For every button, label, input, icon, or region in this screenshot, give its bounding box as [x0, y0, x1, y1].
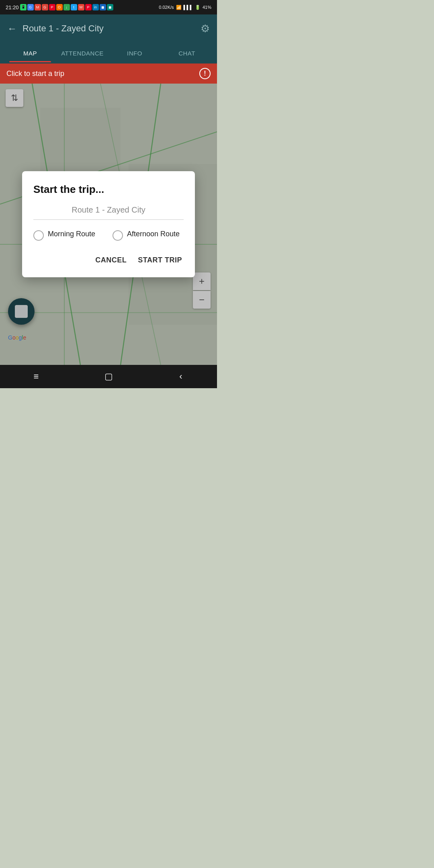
- tab-info[interactable]: INFO: [108, 44, 161, 62]
- status-right: 0.02K/s 📶 ▌▌▌ 🔋 41%: [159, 5, 211, 10]
- start-trip-dialog: Start the trip... Route 1 - Zayed City M…: [22, 171, 195, 277]
- settings-button[interactable]: ⚙: [201, 23, 210, 35]
- gmail-icon: M: [35, 4, 41, 10]
- signal-icon: ▌▌▌: [184, 5, 193, 10]
- gmail2-icon: M: [78, 4, 84, 10]
- battery-percent: 41%: [203, 5, 211, 10]
- morning-route-option[interactable]: Morning Route: [33, 229, 104, 241]
- dialog-overlay: Start the trip... Route 1 - Zayed City M…: [0, 84, 217, 365]
- google2-icon: G: [42, 4, 48, 10]
- battery-icon: 🔋: [195, 5, 201, 10]
- tab-chat[interactable]: CHAT: [161, 44, 213, 62]
- afternoon-radio[interactable]: [113, 230, 123, 241]
- network-speed: 0.02K/s: [159, 5, 174, 10]
- banner-text: Click to start a trip: [6, 70, 64, 78]
- google-icon: G: [27, 4, 34, 10]
- morning-radio[interactable]: [33, 230, 44, 241]
- orange-icon: O: [56, 4, 63, 10]
- whatsapp-icon: 📱: [20, 4, 27, 10]
- green-icon: ↓: [63, 4, 70, 10]
- nav-menu-button[interactable]: ≡: [27, 368, 45, 385]
- dialog-title: Start the trip...: [33, 183, 184, 196]
- dialog-route-name: Route 1 - Zayed City: [33, 205, 184, 220]
- start-trip-button[interactable]: START TRIP: [136, 253, 184, 268]
- afternoon-route-label: Afternoon Route: [127, 229, 180, 239]
- banner-alert-icon: !: [199, 68, 211, 79]
- tab-map[interactable]: MAP: [4, 44, 56, 62]
- nav-home-button[interactable]: ▢: [100, 368, 117, 385]
- app-icons: 📱 G M G P O ↓ t M P in ◼ ◼: [20, 4, 113, 10]
- blue2-icon: ◼: [100, 4, 106, 10]
- linkedin-icon: in: [92, 4, 99, 10]
- dialog-actions: CANCEL START TRIP: [33, 253, 184, 268]
- map-area[interactable]: ⇅ Start the trip... Route 1 - Zayed City…: [0, 84, 217, 365]
- twitter-icon: t: [71, 4, 77, 10]
- dialog-options: Morning Route Afternoon Route: [33, 229, 184, 241]
- afternoon-route-option[interactable]: Afternoon Route: [113, 229, 184, 241]
- bottom-nav: ≡ ▢ ‹: [0, 365, 217, 388]
- status-time: 21:20: [6, 4, 19, 10]
- tab-attendance[interactable]: ATTENDANCE: [56, 44, 108, 62]
- page-title: Route 1 - Zayed City: [23, 23, 195, 34]
- start-trip-banner[interactable]: Click to start a trip !: [0, 63, 217, 84]
- pinterest-icon: P: [49, 4, 55, 10]
- wifi-icon: 📶: [176, 5, 182, 10]
- cancel-button[interactable]: CANCEL: [94, 253, 128, 268]
- top-bar: ← Route 1 - Zayed City ⚙: [0, 14, 217, 43]
- teal-icon: ◼: [107, 4, 113, 10]
- morning-route-label: Morning Route: [48, 229, 95, 239]
- pinterest2-icon: P: [85, 4, 92, 10]
- status-bar: 21:20 📱 G M G P O ↓ t M P in ◼ ◼ 0.02K/s…: [0, 0, 217, 14]
- back-button[interactable]: ←: [7, 23, 17, 34]
- tab-bar: MAP ATTENDANCE INFO CHAT: [0, 43, 217, 63]
- nav-back-button[interactable]: ‹: [172, 368, 190, 385]
